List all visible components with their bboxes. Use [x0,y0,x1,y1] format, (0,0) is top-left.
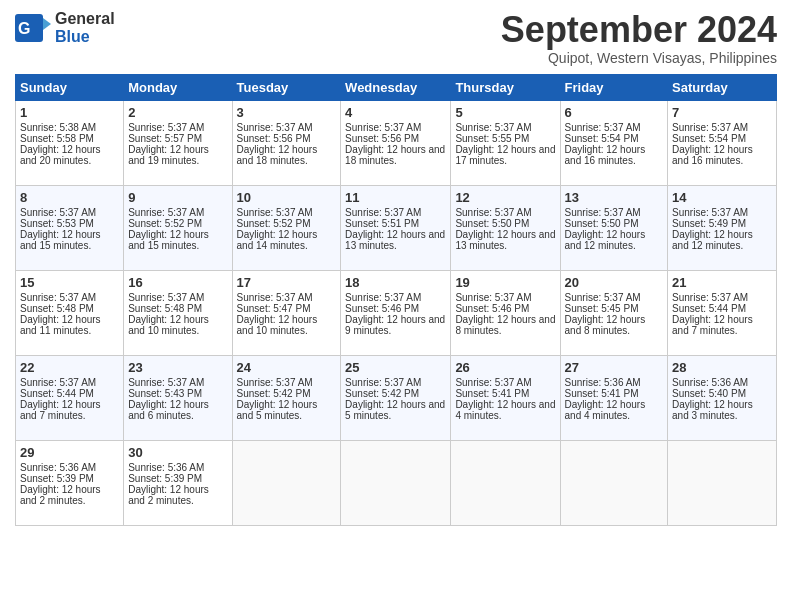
sunset-text: Sunset: 5:53 PM [20,218,119,229]
sunset-text: Sunset: 5:39 PM [128,473,227,484]
sunrise-text: Sunrise: 5:36 AM [20,462,119,473]
day-number: 20 [565,275,664,290]
daylight-text: Daylight: 12 hours and 7 minutes. [672,314,772,336]
day-number: 23 [128,360,227,375]
day-number: 30 [128,445,227,460]
calendar-table: SundayMondayTuesdayWednesdayThursdayFrid… [15,74,777,526]
sunrise-text: Sunrise: 5:37 AM [565,292,664,303]
daylight-text: Daylight: 12 hours and 18 minutes. [345,144,446,166]
calendar-cell: 12Sunrise: 5:37 AMSunset: 5:50 PMDayligh… [451,185,560,270]
calendar-cell: 1Sunrise: 5:38 AMSunset: 5:58 PMDaylight… [16,100,124,185]
calendar-cell: 27Sunrise: 5:36 AMSunset: 5:41 PMDayligh… [560,355,668,440]
day-header-tuesday: Tuesday [232,74,341,100]
daylight-text: Daylight: 12 hours and 4 minutes. [455,399,555,421]
calendar-cell: 8Sunrise: 5:37 AMSunset: 5:53 PMDaylight… [16,185,124,270]
sunset-text: Sunset: 5:40 PM [672,388,772,399]
calendar-cell: 21Sunrise: 5:37 AMSunset: 5:44 PMDayligh… [668,270,777,355]
calendar-week-5: 29Sunrise: 5:36 AMSunset: 5:39 PMDayligh… [16,440,777,525]
calendar-header-row: SundayMondayTuesdayWednesdayThursdayFrid… [16,74,777,100]
day-header-thursday: Thursday [451,74,560,100]
calendar-cell [668,440,777,525]
calendar-cell: 30Sunrise: 5:36 AMSunset: 5:39 PMDayligh… [124,440,232,525]
day-number: 11 [345,190,446,205]
sunrise-text: Sunrise: 5:37 AM [237,122,337,133]
daylight-text: Daylight: 12 hours and 10 minutes. [128,314,227,336]
sunset-text: Sunset: 5:51 PM [345,218,446,229]
sunrise-text: Sunrise: 5:36 AM [672,377,772,388]
sunset-text: Sunset: 5:50 PM [565,218,664,229]
sunrise-text: Sunrise: 5:37 AM [455,122,555,133]
calendar-cell: 23Sunrise: 5:37 AMSunset: 5:43 PMDayligh… [124,355,232,440]
calendar-cell: 17Sunrise: 5:37 AMSunset: 5:47 PMDayligh… [232,270,341,355]
calendar-week-2: 8Sunrise: 5:37 AMSunset: 5:53 PMDaylight… [16,185,777,270]
sunset-text: Sunset: 5:56 PM [345,133,446,144]
daylight-text: Daylight: 12 hours and 5 minutes. [345,399,446,421]
sunset-text: Sunset: 5:46 PM [455,303,555,314]
day-number: 9 [128,190,227,205]
daylight-text: Daylight: 12 hours and 13 minutes. [455,229,555,251]
calendar-cell: 11Sunrise: 5:37 AMSunset: 5:51 PMDayligh… [341,185,451,270]
sunrise-text: Sunrise: 5:37 AM [455,377,555,388]
sunrise-text: Sunrise: 5:37 AM [672,122,772,133]
day-number: 24 [237,360,337,375]
calendar-cell: 22Sunrise: 5:37 AMSunset: 5:44 PMDayligh… [16,355,124,440]
sunset-text: Sunset: 5:52 PM [237,218,337,229]
sunrise-text: Sunrise: 5:36 AM [565,377,664,388]
calendar-cell: 7Sunrise: 5:37 AMSunset: 5:54 PMDaylight… [668,100,777,185]
sunrise-text: Sunrise: 5:37 AM [455,207,555,218]
daylight-text: Daylight: 12 hours and 15 minutes. [20,229,119,251]
sunset-text: Sunset: 5:39 PM [20,473,119,484]
title-area: September 2024 Quipot, Western Visayas, … [501,10,777,66]
day-number: 14 [672,190,772,205]
calendar-cell: 18Sunrise: 5:37 AMSunset: 5:46 PMDayligh… [341,270,451,355]
sunrise-text: Sunrise: 5:37 AM [672,292,772,303]
day-number: 3 [237,105,337,120]
sunset-text: Sunset: 5:49 PM [672,218,772,229]
day-number: 28 [672,360,772,375]
logo-blue: Blue [55,28,115,46]
sunrise-text: Sunrise: 5:37 AM [345,122,446,133]
sunrise-text: Sunrise: 5:37 AM [565,122,664,133]
sunrise-text: Sunrise: 5:37 AM [345,377,446,388]
day-number: 25 [345,360,446,375]
calendar-cell [232,440,341,525]
day-number: 6 [565,105,664,120]
day-number: 7 [672,105,772,120]
day-number: 10 [237,190,337,205]
page-header: G General Blue September 2024 Quipot, We… [15,10,777,66]
calendar-week-3: 15Sunrise: 5:37 AMSunset: 5:48 PMDayligh… [16,270,777,355]
daylight-text: Daylight: 12 hours and 5 minutes. [237,399,337,421]
day-number: 29 [20,445,119,460]
sunset-text: Sunset: 5:57 PM [128,133,227,144]
sunset-text: Sunset: 5:56 PM [237,133,337,144]
sunrise-text: Sunrise: 5:37 AM [128,292,227,303]
calendar-cell: 20Sunrise: 5:37 AMSunset: 5:45 PMDayligh… [560,270,668,355]
calendar-cell [451,440,560,525]
daylight-text: Daylight: 12 hours and 2 minutes. [128,484,227,506]
day-number: 16 [128,275,227,290]
sunrise-text: Sunrise: 5:38 AM [20,122,119,133]
day-number: 18 [345,275,446,290]
sunset-text: Sunset: 5:48 PM [20,303,119,314]
daylight-text: Daylight: 12 hours and 8 minutes. [455,314,555,336]
calendar-cell: 16Sunrise: 5:37 AMSunset: 5:48 PMDayligh… [124,270,232,355]
sunrise-text: Sunrise: 5:37 AM [237,207,337,218]
sunrise-text: Sunrise: 5:37 AM [20,292,119,303]
sunrise-text: Sunrise: 5:37 AM [128,207,227,218]
svg-text:G: G [18,20,30,37]
calendar-cell: 3Sunrise: 5:37 AMSunset: 5:56 PMDaylight… [232,100,341,185]
daylight-text: Daylight: 12 hours and 11 minutes. [20,314,119,336]
calendar-cell: 2Sunrise: 5:37 AMSunset: 5:57 PMDaylight… [124,100,232,185]
daylight-text: Daylight: 12 hours and 7 minutes. [20,399,119,421]
sunrise-text: Sunrise: 5:37 AM [565,207,664,218]
sunrise-text: Sunrise: 5:37 AM [237,377,337,388]
calendar-week-1: 1Sunrise: 5:38 AMSunset: 5:58 PMDaylight… [16,100,777,185]
sunset-text: Sunset: 5:48 PM [128,303,227,314]
daylight-text: Daylight: 12 hours and 15 minutes. [128,229,227,251]
sunset-text: Sunset: 5:44 PM [20,388,119,399]
day-number: 17 [237,275,337,290]
sunrise-text: Sunrise: 5:37 AM [672,207,772,218]
sunrise-text: Sunrise: 5:37 AM [128,122,227,133]
logo: G General Blue [15,10,115,46]
sunrise-text: Sunrise: 5:36 AM [128,462,227,473]
